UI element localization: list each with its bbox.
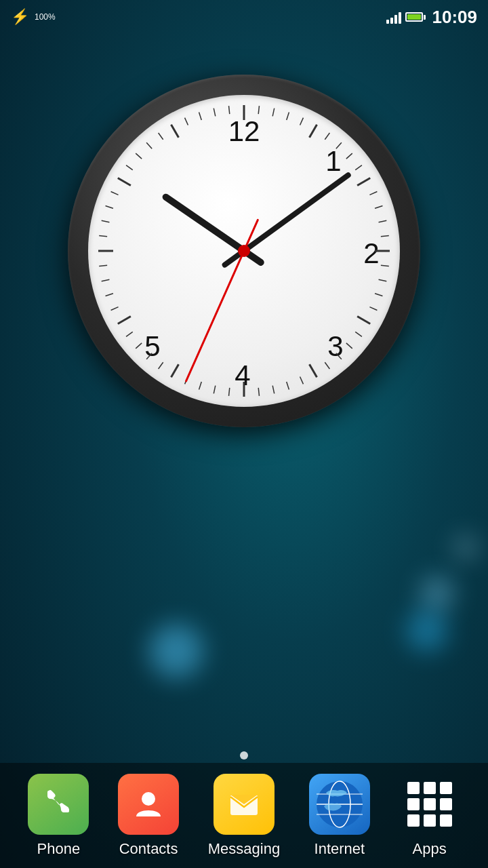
status-bar: ⚡ 100% 10:09	[0, 0, 488, 34]
signal-icon	[386, 10, 401, 24]
apps-label: Apps	[413, 840, 447, 858]
messaging-icon	[214, 774, 274, 835]
apps-icon	[399, 774, 460, 835]
dock-item-internet[interactable]: Internet	[309, 774, 370, 858]
usb-icon: ⚡	[11, 8, 29, 26]
battery-percent-label: 100%	[35, 13, 56, 21]
clock-time: 10:09	[432, 7, 478, 28]
battery-icon	[405, 12, 426, 22]
dock-item-apps[interactable]: Apps	[399, 774, 460, 858]
svg-point-6	[142, 792, 155, 806]
messaging-label: Messaging	[208, 840, 280, 858]
dock-item-contacts[interactable]: Contacts	[118, 774, 179, 858]
page-indicator	[240, 751, 248, 760]
phone-label: Phone	[37, 840, 81, 858]
dock-item-messaging[interactable]: Messaging	[208, 774, 280, 858]
clock-widget[interactable]: // This will be done via the JS below 12…	[68, 75, 420, 427]
dock: Phone Contacts Messaging	[0, 763, 488, 868]
page-dot-active	[240, 751, 248, 760]
clock-face: // This will be done via the JS below 12…	[88, 95, 400, 407]
clock-outer-ring: // This will be done via the JS below 12…	[68, 75, 420, 427]
contacts-icon	[118, 774, 179, 835]
battery-status-left: 100%	[35, 13, 56, 21]
contacts-label: Contacts	[119, 840, 178, 858]
internet-label: Internet	[314, 840, 365, 858]
dock-item-phone[interactable]: Phone	[28, 774, 89, 858]
phone-icon	[28, 774, 89, 835]
internet-icon	[309, 774, 370, 835]
